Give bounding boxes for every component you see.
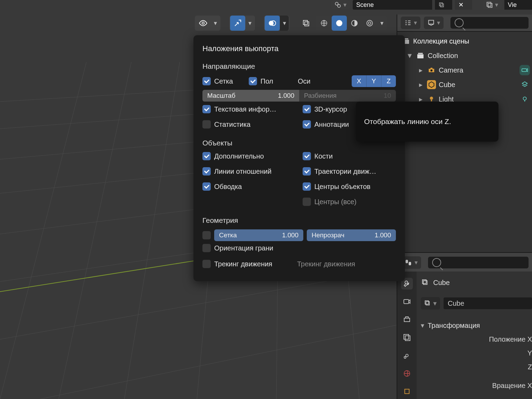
slider-wireframe[interactable]: Сетка 1.000 [214,229,303,241]
label-statistics: Статистика [214,121,250,129]
axis-x-toggle[interactable]: X [352,75,367,87]
gizmo-toggle[interactable] [230,16,245,31]
tab-render[interactable] [401,296,413,307]
viewport-toolbar: ▾ ▾ ▾ [0,15,397,32]
overlay-dropdown[interactable]: ▾ [280,16,289,31]
slider-subdivisions[interactable]: Разбиения 10 [299,90,396,102]
svg-rect-52 [422,280,426,284]
checkbox-grid[interactable] [202,77,211,85]
tree-item-cube[interactable]: ▸ Cube [399,77,532,92]
scene-delete[interactable]: ✕ [455,0,472,10]
svg-rect-30 [488,3,492,8]
label-bones: Кости [314,152,333,160]
checkbox-textinfo[interactable] [202,105,211,113]
checkbox-origins[interactable] [303,182,311,191]
checkbox-3dcursor[interactable] [303,105,311,113]
tab-world[interactable] [401,368,413,379]
visibility-toggle[interactable] [196,16,211,31]
checkbox-wireframe[interactable] [202,231,211,239]
chevron-down-icon[interactable]: ▾ [245,16,254,31]
chevron-down-icon: ▾ [421,321,424,330]
shading-solid[interactable] [332,16,347,31]
checkbox-motion-paths[interactable] [303,167,311,175]
checkbox-floor[interactable] [249,77,257,85]
tab-viewlayer[interactable] [401,332,413,343]
properties-search[interactable] [428,257,529,268]
section-title: Трансформация [428,322,480,330]
tab-output[interactable] [401,314,413,325]
panel-title: Наложения вьюпорта [202,44,396,53]
outliner-mode[interactable]: ▾ [401,17,420,29]
svg-line-7 [0,318,397,399]
checkbox-bones[interactable] [303,152,311,160]
tree-collection[interactable]: ▼ Collection [399,48,532,63]
svg-rect-46 [405,336,410,341]
svg-rect-18 [303,20,307,25]
tree-scene-collection[interactable]: Коллекция сцены [399,34,532,48]
location-z-row: Z [421,360,532,374]
svg-point-26 [338,4,340,7]
shading-rendered[interactable] [362,16,377,31]
tree-label: Camera [439,66,463,74]
axis-y-toggle[interactable]: Y [367,75,381,87]
datablock-browse[interactable]: ▾ [421,297,440,310]
label-motion-tracking-sub: Трекинг движения [297,260,355,268]
checkbox-origins-all[interactable] [303,198,311,206]
overlay-toggle[interactable] [265,16,280,31]
restrict-icon[interactable] [520,79,530,90]
viewlayer-browse[interactable]: ▾ [483,0,502,9]
checkbox-motion-tracking[interactable] [202,260,211,268]
checkbox-statistics[interactable] [202,120,211,129]
disclosure-icon[interactable]: ▸ [417,66,424,74]
label-origins: Центры объектов [314,183,370,191]
shading-material[interactable] [347,16,362,31]
shading-wireframe[interactable] [316,16,332,31]
scene-copy[interactable] [435,0,452,10]
restrict-icon[interactable] [520,65,530,75]
label-location-x: Положение X [421,335,532,343]
tooltip-text: Отображать линию оси Z. [364,117,451,126]
checkbox-face-orientation[interactable] [202,244,211,252]
svg-line-8 [0,62,86,399]
scene-browse[interactable]: ▾ [331,0,350,9]
restrict-icon[interactable] [520,94,530,104]
axis-z-toggle[interactable]: Z [381,75,396,87]
location-x-row: Положение X [421,332,532,346]
outliner-search[interactable] [450,17,529,29]
slider-label: Масштаб [207,92,235,99]
tree-label: Cube [439,81,455,89]
outliner-filter[interactable]: ▾ [424,17,444,29]
svg-rect-37 [522,69,526,72]
svg-rect-39 [431,100,432,102]
cube-icon [421,278,430,287]
scene-name-field[interactable]: Scene [353,0,432,10]
overlay-group: ▾ [264,16,289,31]
slider-scale[interactable]: Масштаб 1.000 [202,90,299,102]
svg-rect-43 [404,300,409,304]
properties-header: ▾ [397,252,532,273]
slider-opacity[interactable]: Непрозрач 1.000 [307,229,396,241]
label-3dcursor: 3D-курсор [314,105,347,113]
chevron-down-icon[interactable]: ▾ [377,16,386,31]
svg-rect-51 [424,281,427,285]
tab-scene[interactable] [401,350,413,361]
datablock-name-field[interactable]: Cube [444,297,532,309]
checkbox-relationship-lines[interactable] [202,167,211,175]
tree-item-camera[interactable]: ▸ Camera [399,63,532,77]
svg-rect-41 [406,260,408,263]
checkbox-extras[interactable] [202,152,211,160]
svg-rect-19 [305,22,309,26]
chevron-down-icon[interactable]: ▾ [211,16,220,31]
viewlayer-name-field[interactable]: Vie [504,0,532,10]
section-transform-header[interactable]: ▾ Трансформация [421,319,532,332]
checkbox-outline[interactable] [202,182,211,191]
tab-object[interactable] [401,386,413,397]
axes-toggle-group: X Y Z [352,75,396,87]
xray-toggle[interactable] [298,16,314,31]
disclosure-icon[interactable]: ▼ [406,52,413,60]
svg-point-21 [336,20,342,26]
disclosure-icon[interactable]: ▸ [417,80,424,89]
checkbox-annotations[interactable] [303,120,311,129]
breadcrumb: Cube [421,276,532,289]
svg-point-24 [368,22,371,24]
